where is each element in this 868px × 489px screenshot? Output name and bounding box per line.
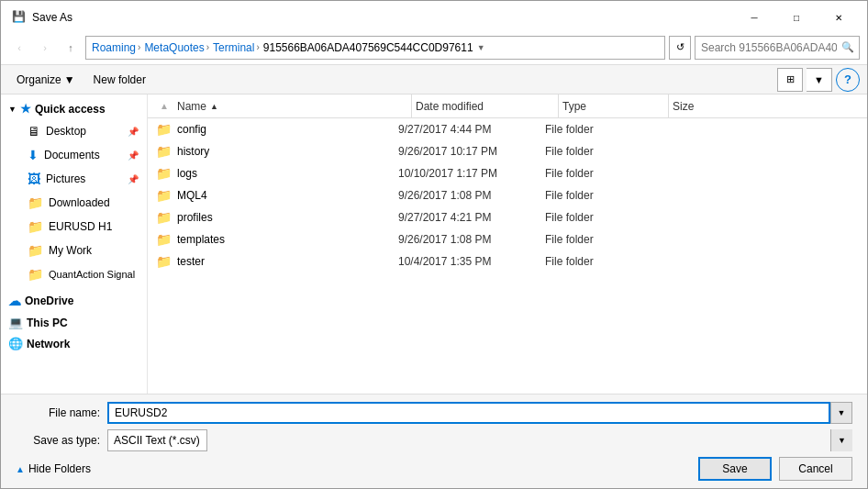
sidebar-item-desktop[interactable]: 🖥 Desktop 📌 — [1, 119, 147, 143]
title-bar-controls: ─ □ ✕ — [733, 3, 860, 32]
table-row[interactable]: 📁 templates 9/26/2017 1:08 PM File folde… — [148, 228, 867, 250]
forward-button[interactable]: › — [34, 37, 56, 59]
savetype-label: Save as type: — [16, 434, 107, 447]
filename-row: File name: ▼ — [16, 402, 852, 424]
sidebar-item-mywork[interactable]: 📁 My Work — [1, 239, 147, 262]
file-name-cell: 📁 templates — [156, 232, 395, 247]
onedrive-header[interactable]: ☁ OneDrive — [1, 290, 147, 312]
filename-dropdown[interactable]: ▼ — [830, 402, 852, 424]
select-arrow-icon: ▼ — [830, 429, 852, 451]
organize-arrow: ▼ — [64, 73, 75, 86]
folder-icon: 📁 — [156, 122, 172, 137]
breadcrumb-roaming[interactable]: Roaming › — [92, 41, 140, 54]
table-row[interactable]: 📁 history 9/26/2017 10:17 PM File folder — [148, 140, 867, 162]
thispc-header[interactable]: 💻 This PC — [1, 312, 147, 333]
file-name-label: tester — [177, 255, 205, 268]
network-icon: 🌐 — [8, 337, 23, 350]
sidebar-item-eurusd[interactable]: 📁 EURUSD H1 — [1, 215, 147, 239]
file-date-cell: 9/26/2017 1:08 PM — [395, 233, 541, 246]
help-button[interactable]: ? — [836, 68, 860, 92]
sidebar-item-downloaded[interactable]: 📁 Downloaded — [1, 191, 147, 215]
file-name-cell: 📁 history — [156, 144, 395, 159]
table-row[interactable]: 📁 tester 10/4/2017 1:35 PM File folder — [148, 250, 867, 272]
filename-input[interactable] — [107, 402, 830, 424]
breadcrumb-bar[interactable]: Roaming › MetaQuotes › Terminal › 915566… — [85, 36, 665, 60]
filename-label: File name: — [16, 406, 107, 419]
file-date-cell: 9/26/2017 1:08 PM — [395, 189, 541, 202]
minimize-button[interactable]: ─ — [733, 3, 775, 32]
file-name-cell: 📁 config — [156, 122, 395, 137]
savetype-wrapper: ASCII Text (*.csv) ▼ — [107, 429, 852, 451]
action-row: ▲ Hide Folders Save Cancel — [16, 457, 852, 481]
chevron-up-icon: ▲ — [16, 464, 25, 474]
sidebar-item-label: EURUSD H1 — [49, 220, 112, 233]
table-row[interactable]: 📁 MQL4 9/26/2017 1:08 PM File folder — [148, 184, 867, 206]
organize-button[interactable]: Organize ▼ — [8, 70, 83, 90]
hide-folders-button[interactable]: ▲ Hide Folders — [16, 462, 91, 475]
new-folder-button[interactable]: New folder — [85, 70, 154, 90]
file-list-header: ▲ Name ▲ Date modified Type Size — [148, 94, 867, 118]
file-type-cell: File folder — [541, 123, 651, 136]
table-row[interactable]: 📁 profiles 9/27/2017 4:21 PM File folder — [148, 206, 867, 228]
action-buttons: Save Cancel — [698, 457, 852, 481]
col-header-name[interactable]: Name ▲ — [173, 94, 412, 117]
folder-icon: 📁 — [156, 232, 172, 247]
sidebar-item-quantaction[interactable]: 📁 QuantAction Signal — [1, 262, 147, 286]
file-type-cell: File folder — [541, 189, 651, 202]
pictures-icon: 🖼 — [28, 172, 40, 186]
pin-icon: 📌 — [128, 174, 139, 184]
main-content: ▼ ★ Quick access 🖥 Desktop 📌 ⬇ Documents… — [1, 94, 867, 394]
savetype-select[interactable]: ASCII Text (*.csv) — [107, 429, 207, 451]
search-input[interactable] — [695, 36, 860, 60]
breadcrumb-terminal[interactable]: Terminal › — [213, 41, 260, 54]
cancel-button[interactable]: Cancel — [779, 457, 852, 481]
folder-icon: 📁 — [156, 254, 172, 269]
file-name-label: profiles — [177, 211, 213, 224]
file-name-label: config — [177, 123, 206, 136]
up-button[interactable]: ↑ — [60, 37, 82, 59]
close-button[interactable]: ✕ — [818, 3, 860, 32]
sidebar-item-documents[interactable]: ⬇ Documents 📌 — [1, 143, 147, 167]
folder-icon: 📁 — [156, 188, 172, 203]
refresh-button[interactable]: ↺ — [669, 36, 691, 60]
file-date-cell: 9/26/2017 10:17 PM — [395, 145, 541, 158]
desktop-icon: 🖥 — [28, 124, 40, 139]
quick-access-header[interactable]: ▼ ★ Quick access — [1, 98, 147, 119]
thispc-icon: 💻 — [8, 316, 23, 329]
file-name-cell: 📁 MQL4 — [156, 188, 395, 203]
folder-icon: 📁 — [28, 195, 43, 210]
col-header-type[interactable]: Type — [559, 94, 669, 117]
quick-access-label: Quick access — [35, 103, 106, 116]
pin-icon: 📌 — [128, 150, 139, 161]
breadcrumb-current: 915566BA06ADA407569C544CC0D97611 — [263, 41, 473, 54]
breadcrumb-metaquotes[interactable]: MetaQuotes › — [144, 41, 209, 54]
folder-icon: 📁 — [156, 166, 172, 181]
title-bar-left: 💾 Save As — [12, 10, 72, 25]
documents-icon: ⬇ — [28, 148, 39, 162]
network-header[interactable]: 🌐 Network — [1, 333, 147, 354]
table-row[interactable]: 📁 logs 10/10/2017 1:17 PM File folder — [148, 162, 867, 184]
breadcrumb-dropdown[interactable]: ▼ — [477, 43, 485, 52]
address-bar: ‹ › ↑ Roaming › MetaQuotes › Terminal › … — [1, 30, 867, 65]
sidebar-item-label: QuantAction Signal — [49, 269, 135, 280]
col-header-date[interactable]: Date modified — [412, 94, 559, 117]
sidebar-item-label: Downloaded — [49, 196, 110, 209]
view-button[interactable]: ⊞ — [777, 68, 803, 92]
file-list: ▲ Name ▲ Date modified Type Size 📁 conf — [148, 94, 867, 394]
back-button[interactable]: ‹ — [8, 37, 30, 59]
file-name-label: logs — [177, 167, 197, 180]
sidebar-item-pictures[interactable]: 🖼 Pictures 📌 — [1, 167, 147, 191]
maximize-button[interactable]: □ — [775, 3, 818, 32]
col-header-size[interactable]: Size — [669, 94, 742, 117]
save-button[interactable]: Save — [698, 457, 772, 481]
folder-icon: 📁 — [156, 144, 172, 159]
view-dropdown[interactable]: ▼ — [807, 68, 832, 92]
folder-icon: 📁 — [28, 267, 43, 282]
search-icon: 🔍 — [841, 41, 854, 53]
table-row[interactable]: 📁 config 9/27/2017 4:44 PM File folder — [148, 118, 867, 140]
pin-icon: 📌 — [128, 127, 139, 137]
file-name-label: history — [177, 145, 209, 158]
sidebar-item-label: Pictures — [46, 172, 85, 185]
file-name-cell: 📁 profiles — [156, 210, 395, 225]
file-date-cell: 9/27/2017 4:21 PM — [395, 211, 541, 224]
